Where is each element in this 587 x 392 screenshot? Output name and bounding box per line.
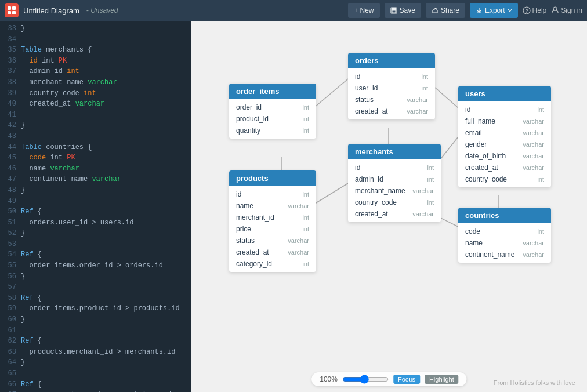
table-row: idint: [229, 188, 316, 200]
zoom-bar: 100% Focus Highlight: [311, 372, 466, 386]
zoom-percent: 100%: [320, 375, 338, 383]
unsaved-indicator: - Unsaved: [86, 6, 118, 14]
app-logo[interactable]: [5, 3, 19, 17]
share-button[interactable]: Share: [426, 3, 465, 18]
table-row: full_namevarchar: [458, 115, 551, 127]
diagram-title: Untitled Diagram: [23, 6, 79, 15]
table-row: codeint: [458, 226, 551, 237]
main-area: 33} 34 35Table merchants { 36 id int PK …: [0, 21, 587, 392]
table-row: country_codeint: [348, 197, 441, 208]
table-row: emailvarchar: [458, 127, 551, 139]
svg-rect-2: [8, 11, 11, 14]
share-icon: [432, 7, 439, 14]
table-row: date_of_birthvarchar: [458, 150, 551, 162]
table-row: category_idint: [229, 258, 316, 270]
table-row: country_codeint: [458, 173, 551, 185]
table-row: statusvarchar: [348, 94, 435, 106]
table-row: quantityint: [229, 125, 316, 136]
table-row: created_atvarchar: [348, 208, 441, 220]
svg-rect-3: [12, 11, 16, 14]
export-icon: [476, 7, 483, 14]
table-row: namevarchar: [458, 237, 551, 249]
focus-button[interactable]: Focus: [393, 375, 420, 384]
table-orders[interactable]: orders idint user_idint statusvarchar cr…: [348, 53, 435, 119]
svg-rect-6: [392, 10, 396, 13]
table-orders-header: orders: [348, 53, 435, 68]
table-merchants[interactable]: merchants idint admin_idint merchant_nam…: [348, 144, 441, 222]
svg-rect-5: [392, 8, 396, 10]
table-order-items-header: order_items: [229, 84, 316, 99]
svg-rect-1: [12, 6, 16, 10]
svg-line-12: [435, 88, 458, 108]
zoom-slider[interactable]: [342, 375, 389, 384]
table-row: user_idint: [348, 82, 435, 94]
table-products-body: idint namevarchar merchant_idint pricein…: [229, 186, 316, 272]
table-countries-header: countries: [458, 208, 551, 223]
save-button[interactable]: Save: [385, 3, 421, 18]
table-row: product_idint: [229, 113, 316, 125]
topbar: Untitled Diagram - Unsaved + New Save Sh…: [0, 0, 587, 21]
table-row: merchant_namevarchar: [348, 185, 441, 197]
diagram-canvas[interactable]: orders idint user_idint statusvarchar cr…: [191, 21, 587, 392]
table-row: idint: [458, 104, 551, 115]
table-row: continent_namevarchar: [458, 249, 551, 260]
help-button[interactable]: ? Help: [523, 6, 547, 14]
table-row: idint: [348, 162, 441, 173]
code-panel[interactable]: 33} 34 35Table merchants { 36 id int PK …: [0, 21, 191, 392]
table-row: gendervarchar: [458, 139, 551, 150]
table-row: created_atvarchar: [348, 106, 435, 117]
table-countries-body: codeint namevarchar continent_namevarcha…: [458, 223, 551, 263]
signin-button[interactable]: Sign in: [551, 6, 582, 14]
table-products[interactable]: products idint namevarchar merchant_idin…: [229, 170, 316, 272]
signin-icon: [551, 6, 559, 14]
help-icon: ?: [523, 6, 531, 14]
table-row: created_atvarchar: [458, 162, 551, 173]
table-row: admin_idint: [348, 173, 441, 185]
table-row: idint: [348, 71, 435, 82]
svg-rect-0: [8, 6, 11, 10]
table-products-header: products: [229, 170, 316, 186]
table-row: order_idint: [229, 101, 316, 113]
table-countries[interactable]: countries codeint namevarchar continent_…: [458, 208, 551, 263]
svg-point-9: [553, 7, 557, 10]
footer-credit: From Holistics folks with love: [494, 379, 575, 386]
table-row: statusvarchar: [229, 235, 316, 246]
table-merchants-body: idint admin_idint merchant_namevarchar c…: [348, 159, 441, 222]
table-users[interactable]: users idint full_namevarchar emailvarcha…: [458, 86, 551, 187]
table-row: merchant_idint: [229, 212, 316, 223]
table-users-body: idint full_namevarchar emailvarchar gend…: [458, 101, 551, 187]
table-row: created_atvarchar: [229, 246, 316, 258]
chevron-down-icon: [508, 8, 512, 13]
table-order-items-body: order_idint product_idint quantityint: [229, 99, 316, 139]
export-button[interactable]: Export: [470, 3, 518, 18]
table-merchants-header: merchants: [348, 144, 441, 159]
table-orders-body: idint user_idint statusvarchar created_a…: [348, 68, 435, 119]
table-users-header: users: [458, 86, 551, 101]
table-row: namevarchar: [229, 200, 316, 212]
save-icon: [390, 7, 397, 14]
svg-text:?: ?: [525, 8, 528, 14]
table-row: priceint: [229, 223, 316, 235]
topbar-right-actions: ? Help Sign in: [523, 6, 582, 14]
new-button[interactable]: + New: [348, 3, 379, 18]
highlight-button[interactable]: Highlight: [425, 375, 459, 384]
table-order-items[interactable]: order_items order_idint product_idint qu…: [229, 84, 316, 139]
